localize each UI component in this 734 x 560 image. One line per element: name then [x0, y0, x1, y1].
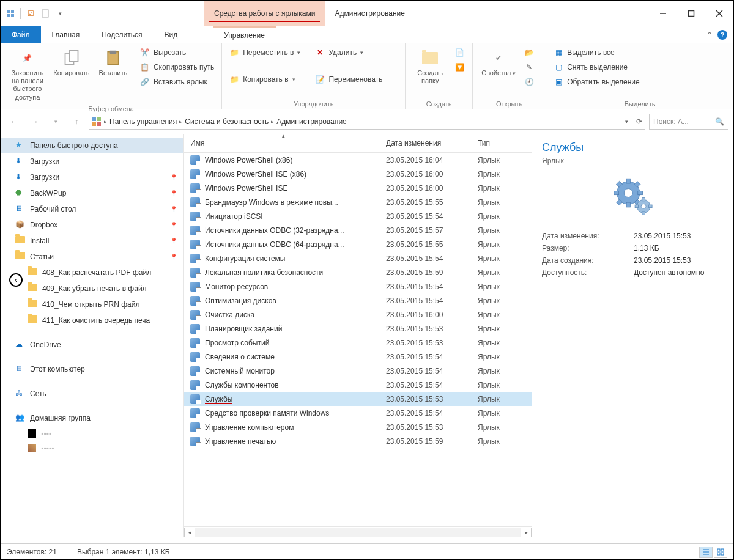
nav-forward-button[interactable]: → [26, 113, 43, 130]
refresh-button[interactable]: ⟳ [636, 117, 642, 126]
easy-access-button[interactable]: 🔽 [452, 61, 467, 74]
nav-item[interactable]: 408_Как распечатать PDF файл [1, 265, 184, 281]
qat-dropdown-icon[interactable]: ▾ [54, 7, 66, 20]
pin-quick-access-button[interactable]: 📌 Закрепить на панели быстрого доступа [6, 46, 50, 104]
breadcrumb-segment[interactable]: Администрирование [276, 117, 346, 126]
nav-onedrive[interactable]: ☁OneDrive [1, 337, 184, 353]
copy-path-button[interactable]: 📋Скопировать путь [138, 61, 217, 74]
file-row[interactable]: Сведения о системе23.05.2015 15:54Ярлык [184, 350, 532, 364]
col-header-name[interactable]: ▴Имя [184, 134, 380, 152]
address-bar[interactable]: ▸ Панель управления▸ Система и безопасно… [89, 114, 645, 130]
nav-recent-button[interactable]: ▾ [47, 113, 64, 130]
shortcut-icon [190, 212, 200, 221]
file-row[interactable]: Системный монитор23.05.2015 15:54Ярлык [184, 364, 532, 378]
paste-button[interactable]: Вставить [94, 46, 133, 79]
new-item-button[interactable]: 📄 [452, 46, 467, 59]
copy-to-button[interactable]: 📁Копировать в [227, 73, 303, 86]
tab-home[interactable]: Главная [41, 26, 91, 43]
file-row[interactable]: Службы компонентов23.05.2015 15:54Ярлык [184, 378, 532, 392]
cut-button[interactable]: ✂️Вырезать [138, 46, 217, 59]
nav-up-button[interactable]: ↑ [68, 113, 85, 130]
easy-access-icon: 🔽 [454, 62, 464, 72]
nav-item[interactable]: 410_Чем открыть PRN файл [1, 297, 184, 312]
minimize-button[interactable] [649, 1, 677, 26]
file-row[interactable]: Windows PowerShell (x86)23.05.2015 16:04… [184, 153, 532, 167]
file-row[interactable]: Средство проверки памяти Windows23.05.20… [184, 406, 532, 420]
address-dropdown-icon[interactable]: ▾ [625, 119, 628, 125]
open-button[interactable]: 📂 [522, 46, 536, 59]
col-header-type[interactable]: Тип [472, 134, 521, 152]
nav-item[interactable]: ⬇Загрузки [1, 153, 184, 169]
file-row[interactable]: Планировщик заданий23.05.2015 15:53Ярлык [184, 322, 532, 336]
nav-back-button[interactable]: ← [6, 113, 23, 130]
select-none-button[interactable]: ▢Снять выделение [551, 61, 642, 74]
nav-history-circle-icon[interactable]: ‹ [9, 273, 23, 287]
file-row[interactable]: Оптимизация дисков23.05.2015 15:54Ярлык [184, 293, 532, 308]
close-button[interactable] [705, 1, 733, 26]
horizontal-scrollbar[interactable]: ◂ ▸ [184, 526, 532, 537]
file-row[interactable]: Windows PowerShell ISE23.05.2015 16:00Яр… [184, 181, 532, 195]
tab-manage[interactable]: Управление [213, 26, 276, 43]
invert-selection-button[interactable]: ▣Обратить выделение [551, 75, 642, 89]
nav-this-pc[interactable]: 🖥Этот компьютер [1, 361, 184, 377]
file-row[interactable]: Очистка диска23.05.2015 16:00Ярлык [184, 308, 532, 322]
tab-view[interactable]: Вид [153, 26, 188, 43]
file-row[interactable]: Монитор ресурсов23.05.2015 15:54Ярлык [184, 279, 532, 293]
nav-homegroup-user[interactable]: ▪▪▪▪ [1, 426, 184, 441]
file-row[interactable]: Управление компьютером23.05.2015 15:53Яр… [184, 420, 532, 434]
nav-item[interactable]: 📦Dropbox📍 [1, 217, 184, 233]
paste-shortcut-button[interactable]: 🔗Вставить ярлык [138, 75, 217, 89]
status-bar: Элементов: 21 Выбран 1 элемент: 1,13 КБ [1, 543, 733, 559]
new-doc-icon[interactable] [39, 7, 51, 20]
svg-rect-36 [717, 549, 720, 551]
new-folder-button[interactable]: Создать папку [410, 46, 450, 87]
scroll-left-button[interactable]: ◂ [184, 528, 195, 537]
check-icon[interactable]: ☑ [24, 7, 37, 20]
new-item-icon: 📄 [454, 48, 464, 57]
file-row[interactable]: Источники данных ODBC (32-разрядна...23.… [184, 223, 532, 237]
select-all-button[interactable]: ▦Выделить все [551, 46, 642, 59]
scroll-right-button[interactable]: ▸ [521, 528, 532, 537]
nav-homegroup-user[interactable]: ▪▪▪▪▪ [1, 441, 184, 455]
nav-item[interactable]: ⬇Загрузки📍 [1, 169, 184, 185]
preview-property-row: Доступность:Доступен автономно [542, 267, 724, 279]
breadcrumb-segment[interactable]: Панель управления▸ [109, 117, 182, 126]
file-row[interactable]: Просмотр событий23.05.2015 15:53Ярлык [184, 336, 532, 350]
rename-button[interactable]: 📝Переименовать [313, 73, 385, 86]
help-icon[interactable]: ? [717, 30, 727, 40]
file-type: Ярлык [472, 226, 521, 235]
view-thumbnails-button[interactable] [714, 547, 727, 558]
delete-button[interactable]: ✕Удалить [313, 46, 385, 59]
history-button[interactable]: 🕘 [522, 75, 536, 89]
nav-item[interactable]: 409_Как убрать печать в файл [1, 281, 184, 297]
nav-item[interactable]: 411_Как очистить очередь печа [1, 312, 184, 328]
nav-item[interactable]: 🖥Рабочий стол📍 [1, 201, 184, 217]
nav-quick-access[interactable]: ★ Панель быстрого доступа [1, 138, 184, 153]
properties-icon[interactable] [4, 7, 17, 20]
edit-button[interactable]: ✎ [522, 61, 536, 74]
breadcrumb-segment[interactable]: Система и безопасность▸ [185, 117, 274, 126]
file-row[interactable]: Инициатор iSCSI23.05.2015 15:54Ярлык [184, 209, 532, 223]
nav-item[interactable]: ⬣BackWPup📍 [1, 185, 184, 201]
nav-network[interactable]: 🖧Сеть [1, 386, 184, 402]
file-row[interactable]: Управление печатью23.05.2015 15:59Ярлык [184, 434, 532, 448]
nav-item[interactable]: Install📍 [1, 233, 184, 249]
file-row[interactable]: Источники данных ODBC (64-разрядна...23.… [184, 237, 532, 251]
col-header-date[interactable]: Дата изменения [380, 134, 472, 152]
move-to-button[interactable]: 📁Переместить в [227, 46, 303, 59]
view-details-button[interactable] [699, 547, 713, 558]
ribbon-collapse-icon[interactable]: ⌃ [706, 31, 713, 39]
nav-item[interactable]: Статьи📍 [1, 249, 184, 265]
file-row[interactable]: Windows PowerShell ISE (x86)23.05.2015 1… [184, 167, 532, 181]
copy-button[interactable]: Копировать [52, 46, 91, 79]
file-row[interactable]: Брандмауэр Windows в режиме повы...23.05… [184, 195, 532, 209]
search-box[interactable]: Поиск: А... 🔍 [649, 114, 728, 130]
maximize-button[interactable] [677, 1, 705, 26]
tab-file[interactable]: Файл [1, 26, 41, 43]
properties-button[interactable]: ✔ Свойства [478, 46, 519, 79]
tab-share[interactable]: Поделиться [91, 26, 153, 43]
file-row[interactable]: Конфигурация системы23.05.2015 15:54Ярлы… [184, 251, 532, 265]
nav-homegroup[interactable]: 👥Домашняя группа [1, 410, 184, 426]
file-row[interactable]: Локальная политика безопасности23.05.201… [184, 265, 532, 279]
file-row[interactable]: Службы23.05.2015 15:53Ярлык [184, 392, 532, 406]
